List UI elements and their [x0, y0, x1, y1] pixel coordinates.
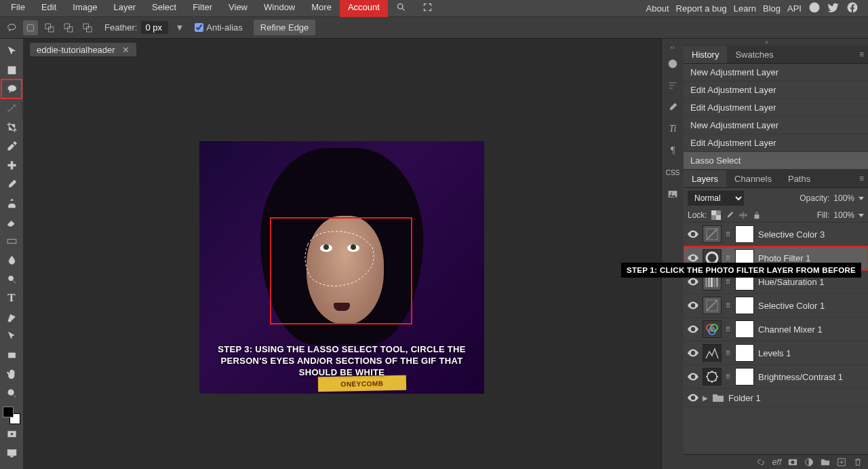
properties-panel-icon[interactable]	[663, 77, 682, 94]
layer-mask-thumb[interactable]	[735, 344, 754, 362]
tab-history[interactable]: History	[684, 46, 727, 63]
brush-panel-icon[interactable]	[663, 98, 682, 116]
refine-edge-button[interactable]: Refine Edge	[254, 20, 316, 35]
history-item[interactable]: New Adjustment Layer	[684, 117, 868, 134]
close-tab-icon[interactable]: ✕	[122, 45, 130, 55]
visibility-icon[interactable]	[688, 230, 698, 238]
selection-subtract-icon[interactable]	[61, 20, 76, 35]
heal-tool[interactable]	[1, 155, 22, 174]
blur-tool[interactable]	[1, 250, 22, 269]
layers-panel-menu-icon[interactable]: ≡	[855, 171, 868, 186]
layer-thumb[interactable]	[703, 344, 722, 362]
folder-expand-icon[interactable]: ▶	[703, 394, 708, 402]
antialias-checkbox[interactable]: Anti-alias	[195, 22, 242, 33]
layer-row[interactable]: ⠿ Levels 1	[684, 341, 868, 365]
fill-dropdown-icon[interactable]	[859, 214, 864, 217]
layer-row[interactable]: ⠿ Selective Color 1	[684, 294, 868, 318]
link-learn[interactable]: Learn	[734, 3, 756, 14]
text-tool[interactable]: T	[1, 288, 22, 307]
link-report-bug[interactable]: Report a bug	[676, 3, 727, 14]
layer-mask-thumb[interactable]	[735, 320, 754, 338]
menu-edit[interactable]: Edit	[33, 0, 64, 17]
feather-input[interactable]	[141, 21, 168, 34]
menu-more[interactable]: More	[303, 0, 340, 17]
feather-dropdown[interactable]: ▼	[172, 22, 186, 33]
facebook-icon[interactable]	[846, 1, 859, 16]
history-item[interactable]: Edit Adjustment Layer	[684, 81, 868, 99]
selection-add-icon[interactable]	[42, 20, 57, 35]
tab-channels[interactable]: Channels	[726, 170, 780, 187]
selection-intersect-icon[interactable]	[80, 20, 95, 35]
opacity-dropdown-icon[interactable]	[859, 197, 864, 200]
history-item-current[interactable]: Lasso Select	[684, 152, 868, 170]
history-item[interactable]: New Adjustment Layer	[684, 64, 868, 81]
menu-filter[interactable]: Filter	[184, 0, 220, 17]
history-item[interactable]: Edit Adjustment Layer	[684, 134, 868, 152]
new-folder-icon[interactable]	[821, 457, 830, 467]
hand-tool[interactable]	[1, 364, 22, 383]
css-panel-icon[interactable]: CSS	[663, 164, 682, 181]
adjustment-layer-icon[interactable]	[804, 457, 814, 467]
move-tool[interactable]	[1, 41, 22, 60]
tab-paths[interactable]: Paths	[780, 170, 818, 187]
lock-move-icon[interactable]	[738, 210, 748, 220]
opacity-value[interactable]: 100%	[833, 193, 854, 203]
fill-value[interactable]: 100%	[833, 210, 854, 220]
eraser-tool[interactable]	[1, 212, 22, 231]
layer-thumb[interactable]	[703, 368, 722, 386]
add-mask-icon[interactable]	[788, 457, 797, 467]
selection-new-icon[interactable]	[23, 20, 38, 35]
menu-layer[interactable]: Layer	[106, 0, 144, 17]
lasso-tool[interactable]	[1, 79, 22, 98]
layer-mask-thumb[interactable]	[735, 297, 754, 314]
layer-row[interactable]: ⠿ Selective Color 3	[684, 223, 868, 246]
lock-all-icon[interactable]	[752, 210, 762, 220]
link-layers-icon[interactable]	[756, 457, 766, 467]
fullscreen-icon[interactable]	[414, 0, 441, 17]
rect-select-tool[interactable]	[1, 60, 22, 79]
menu-window[interactable]: Window	[256, 0, 303, 17]
canvas-area[interactable]: ONEYCOMB STEP 3: USING THE LASSO SELECT …	[23, 56, 661, 469]
document-tab[interactable]: eddie-tutorialheader ✕	[30, 43, 136, 57]
layer-folder-row[interactable]: ▶ Folder 1	[684, 389, 868, 407]
visibility-icon[interactable]	[688, 301, 698, 309]
visibility-icon[interactable]	[688, 349, 698, 357]
quickmask-toggle[interactable]	[1, 424, 22, 443]
layer-thumb[interactable]	[703, 297, 722, 314]
new-layer-icon[interactable]	[837, 457, 846, 467]
layer-thumb[interactable]	[703, 320, 722, 338]
zoom-tool[interactable]	[1, 383, 22, 402]
info-panel-icon[interactable]	[663, 55, 682, 73]
menu-account[interactable]: Account	[340, 0, 388, 17]
visibility-icon[interactable]	[688, 394, 698, 402]
lock-transparency-icon[interactable]	[711, 210, 721, 220]
crop-tool[interactable]	[1, 117, 22, 136]
visibility-icon[interactable]	[688, 254, 698, 262]
search-icon[interactable]	[388, 0, 414, 17]
gradient-tool[interactable]	[1, 231, 22, 250]
shape-tool[interactable]	[1, 345, 22, 364]
link-blog[interactable]: Blog	[763, 3, 781, 14]
path-select-tool[interactable]	[1, 326, 22, 345]
magic-wand-tool[interactable]	[1, 98, 22, 117]
eyedropper-tool[interactable]	[1, 136, 22, 155]
menu-select[interactable]: Select	[144, 0, 184, 17]
paragraph-panel-icon[interactable]: ¶	[663, 142, 682, 160]
layer-mask-thumb[interactable]	[735, 225, 754, 243]
layer-thumb[interactable]	[703, 225, 722, 243]
screenmode-toggle[interactable]	[1, 443, 22, 462]
visibility-icon[interactable]	[688, 373, 698, 381]
color-swatches[interactable]	[3, 407, 20, 424]
visibility-icon[interactable]	[688, 278, 698, 286]
dodge-tool[interactable]	[1, 269, 22, 288]
brush-tool[interactable]	[1, 174, 22, 193]
layer-row[interactable]: ⠿ Brightness/Contrast 1	[684, 365, 868, 389]
layer-mask-thumb[interactable]	[735, 368, 754, 386]
menu-file[interactable]: File	[3, 0, 33, 17]
reddit-icon[interactable]	[808, 1, 821, 16]
menu-image[interactable]: Image	[64, 0, 105, 17]
lock-brush-icon[interactable]	[725, 210, 734, 220]
link-api[interactable]: API	[787, 3, 802, 14]
visibility-icon[interactable]	[688, 325, 698, 333]
link-about[interactable]: About	[646, 3, 669, 14]
